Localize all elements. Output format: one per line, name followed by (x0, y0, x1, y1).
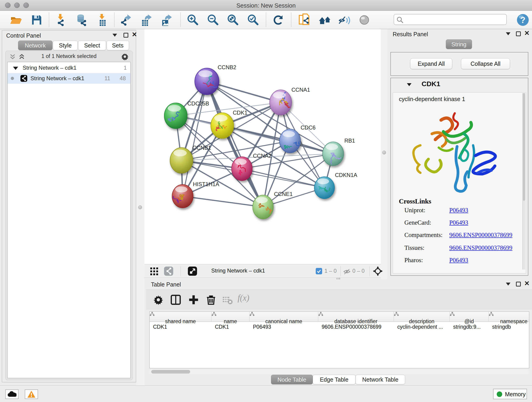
network-node-cdkn1a[interactable] (314, 177, 335, 199)
network-node-ccna1[interactable] (270, 90, 292, 115)
network-collection-row[interactable]: String Network – cdk1 1 (7, 63, 130, 73)
save-icon[interactable] (30, 13, 43, 26)
search-input[interactable] (405, 15, 503, 24)
column-header-namespace[interactable]: namespace (489, 312, 529, 322)
function-builder-icon[interactable]: f(x) (238, 293, 249, 303)
network-row-selected[interactable]: String Network – cdk1 11 48 (7, 73, 130, 84)
crosslink-link[interactable]: P06493 (449, 219, 468, 226)
results-scrollbar-thumb[interactable] (523, 93, 525, 201)
share-file-icon[interactable] (298, 13, 311, 26)
network-node-cdk1[interactable] (211, 113, 234, 138)
network-node-ccne1[interactable] (253, 195, 273, 219)
node-label-ccna2: CCNA2 (253, 153, 272, 159)
warning-button[interactable] (25, 389, 38, 399)
splitter-handle[interactable] (138, 205, 142, 209)
network-view-canvas[interactable]: CCNB2CCNA1CDC25BCDK1CDC6RB1CCNB1CCNA2CDK… (144, 29, 381, 264)
selected-count: 1 – 0 (324, 268, 336, 274)
results-panel-close-icon[interactable]: ✕ (524, 31, 530, 36)
grid-view-icon[interactable] (150, 268, 158, 275)
gene-expander-icon[interactable] (407, 83, 412, 86)
zoom-selected-icon[interactable] (247, 13, 260, 26)
table-hscrollbar[interactable] (149, 369, 529, 374)
table-panel-float-icon[interactable] (516, 282, 521, 287)
cloud-button[interactable] (5, 389, 19, 399)
network-edge[interactable] (183, 196, 263, 207)
table-hscrollbar-thumb[interactable] (151, 370, 190, 374)
protein-structure-image (407, 106, 498, 198)
crosslink-link[interactable]: 9606.ENSP00000378699 (449, 231, 512, 239)
selected-checkbox-icon[interactable] (316, 268, 322, 274)
column-header-name[interactable]: name (211, 312, 249, 322)
import-network-icon[interactable] (54, 13, 67, 26)
collapse-all-button[interactable]: Collapse All (461, 58, 510, 69)
control-panel-float-icon[interactable] (123, 33, 128, 38)
node-label-rb1: RB1 (344, 138, 355, 144)
network-node-ccna2[interactable] (232, 157, 252, 181)
memory-status-dot (497, 391, 502, 397)
results-panel-float-icon[interactable] (516, 32, 521, 36)
table-panel-collapse-icon[interactable] (506, 283, 510, 286)
table-gear-icon[interactable] (153, 295, 163, 305)
export-image-icon[interactable] (160, 13, 173, 26)
expand-all-button[interactable]: Expand All (410, 58, 452, 69)
network-edge[interactable] (222, 126, 333, 154)
network-node-ccnb2[interactable] (195, 68, 219, 95)
tab-style[interactable]: Style (53, 41, 78, 50)
add-column-icon[interactable] (189, 295, 199, 305)
delete-column-icon[interactable] (206, 295, 216, 305)
network-node-cdc6[interactable] (279, 129, 301, 153)
network-node-ccnb1[interactable] (170, 148, 193, 173)
refresh-icon[interactable] (272, 13, 285, 26)
hide-selected-eye-icon[interactable] (338, 13, 351, 26)
expander-icon[interactable] (13, 67, 18, 70)
export-table-icon[interactable] (140, 13, 153, 26)
external-view-icon[interactable] (188, 267, 197, 276)
crosslink-link[interactable]: P06493 (449, 207, 468, 214)
gear-icon[interactable] (121, 53, 129, 61)
results-scrollbar[interactable] (522, 93, 525, 269)
edge-count: 48 (120, 73, 126, 84)
tab-sets[interactable]: Sets (107, 41, 129, 50)
crosslink-link[interactable]: 9606.ENSP00000378699 (449, 244, 512, 251)
tab-network[interactable]: Network (18, 41, 52, 50)
crosslink-link[interactable]: P06493 (449, 257, 468, 264)
network-edge[interactable] (183, 81, 207, 196)
splitter-handle[interactable] (382, 151, 386, 154)
crosslink-label: GeneCard: (404, 219, 431, 226)
zoom-out-icon[interactable] (207, 13, 220, 26)
crosshair-icon[interactable] (373, 266, 383, 276)
help-icon[interactable]: ? (516, 13, 530, 27)
column-header-database-identifier[interactable]: database identifier (318, 312, 394, 322)
zoom-fit-icon[interactable] (227, 13, 239, 26)
network-birdseye-icon[interactable] (164, 267, 173, 276)
delete-table-icon[interactable] (222, 295, 233, 305)
network-node-rb1[interactable] (323, 142, 344, 166)
column-header-id[interactable]: @id (450, 312, 489, 322)
tab-edge-table[interactable]: Edge Table (313, 375, 355, 384)
column-header-shared-name[interactable]: shared name (150, 312, 211, 322)
column-header-canonical-name[interactable]: canonical name (249, 312, 318, 322)
network-node-hist1h1a[interactable] (171, 185, 193, 208)
homes-icon[interactable] (318, 13, 331, 26)
export-network-icon[interactable] (120, 13, 133, 26)
column-header-description[interactable]: description (394, 312, 450, 322)
network-tab-content: 1 of 1 Network selected String Network –… (5, 51, 133, 380)
import-table-icon[interactable] (95, 13, 108, 26)
control-panel-collapse-icon[interactable] (113, 34, 117, 37)
tab-network-table[interactable]: Network Table (355, 375, 405, 384)
tab-string[interactable]: String (446, 39, 472, 49)
tab-node-table[interactable]: Node Table (271, 375, 313, 384)
node-label-ccna1: CCNA1 (291, 87, 310, 93)
memory-button[interactable]: Memory (493, 389, 527, 399)
results-panel-collapse-icon[interactable] (506, 32, 510, 35)
zoom-in-icon[interactable] (186, 13, 199, 26)
show-columns-icon[interactable] (171, 295, 181, 305)
network-node-cdc25b[interactable] (164, 103, 187, 128)
open-folder-icon[interactable] (10, 13, 22, 26)
import-database-icon[interactable] (75, 13, 88, 26)
tab-select[interactable]: Select (78, 41, 106, 50)
node-label-cdc6: CDC6 (301, 124, 316, 131)
table-panel-close-icon[interactable]: ✕ (524, 281, 530, 286)
network-edge[interactable] (207, 81, 263, 207)
gray-eye-icon[interactable] (358, 13, 371, 26)
